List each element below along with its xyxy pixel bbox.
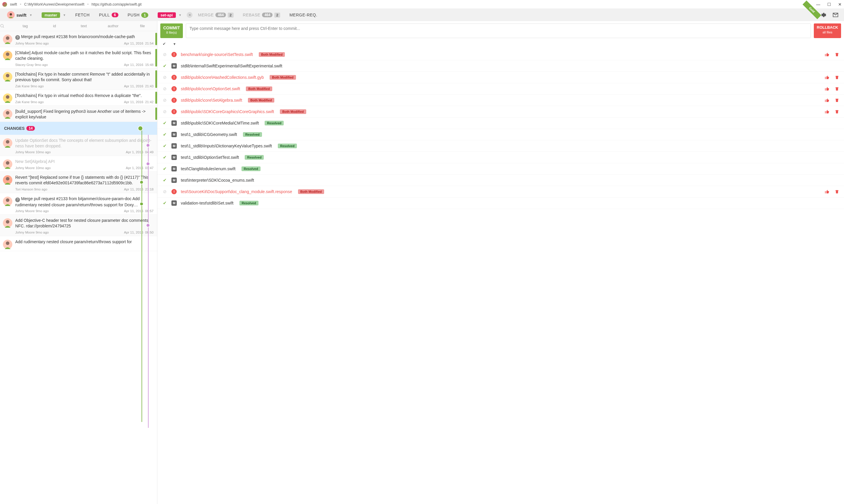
file-row[interactable]: ✔Mvalidation-test\stdlib\Set.swiftResolv… (157, 198, 844, 209)
feature-branch-selector[interactable]: set-api ▼ (154, 12, 186, 18)
svg-point-12 (6, 111, 10, 114)
commit-row[interactable]: [CMake] Adjust module cache path so it m… (0, 47, 157, 69)
file-row[interactable]: ⊘!benchmark\single-source\SetTests.swift… (157, 49, 844, 60)
clear-feature-icon[interactable]: ✕ (187, 12, 193, 18)
commit-button[interactable]: COMMIT 8 file(s) (160, 23, 183, 38)
close-button[interactable]: ✕ (838, 2, 842, 7)
trash-icon[interactable] (834, 87, 839, 91)
thumbs-up-icon[interactable] (825, 87, 829, 91)
rebase-button[interactable]: REBASE 464 2 (239, 13, 284, 18)
thumbs-up-icon[interactable] (825, 52, 829, 57)
file-row[interactable]: ✔Mtest\1_stdlib\CGGeometry.swiftResolved (157, 129, 844, 140)
svg-point-18 (6, 177, 10, 180)
rollback-button[interactable]: ROLLBACK all files (814, 23, 841, 38)
trash-icon[interactable] (834, 98, 839, 103)
file-actions (825, 98, 839, 103)
unstaged-icon[interactable]: ⊘ (162, 86, 167, 91)
trash-icon[interactable] (834, 52, 839, 57)
commit-list[interactable]: ?Merge pull request #2138 from briancroo… (0, 31, 157, 504)
merge-button[interactable]: MERGE 464 2 (194, 13, 237, 18)
commit-row[interactable]: [Toolchains] Fix typo in header comment … (0, 69, 157, 90)
staged-icon[interactable]: ✔ (162, 63, 167, 69)
changes-header[interactable]: CHANGES14 (0, 122, 157, 135)
commit-row[interactable]: Add Objective-C header test for nested c… (0, 215, 157, 236)
commit-row[interactable]: Update OptionSet docs The concepts of el… (0, 135, 157, 156)
file-row[interactable]: ⊘!stdlib\public\SDK\CoreGraphics\CoreGra… (157, 106, 844, 118)
filter-text[interactable]: text (69, 24, 98, 28)
filter-file[interactable]: file (128, 24, 157, 28)
file-row[interactable]: ⊘!stdlib\public\core\SetAlgebra.swiftBot… (157, 95, 844, 106)
thumbs-up-icon[interactable] (825, 109, 829, 114)
thumbs-up-icon[interactable] (825, 75, 829, 80)
maximize-button[interactable]: ☐ (827, 2, 831, 7)
unstaged-icon[interactable]: ⊘ (162, 189, 167, 194)
minimize-button[interactable]: — (816, 2, 820, 7)
file-row[interactable]: ⊘!stdlib\public\core\HashedCollections.s… (157, 72, 844, 83)
filter-id[interactable]: id (40, 24, 69, 28)
search-icon[interactable] (0, 24, 11, 29)
commit-message: Add rudimentary nested closure param/ret… (15, 239, 154, 245)
svg-point-4 (6, 36, 10, 40)
file-list[interactable]: ⊘!benchmark\single-source\SetTests.swift… (157, 49, 844, 504)
project-selector[interactable]: swift ▼ (3, 11, 36, 19)
commit-row[interactable]: [build_support] Fixed lingering python3 … (0, 106, 157, 122)
commit-date: Apr 11, 2016 06:50 (124, 231, 154, 234)
file-row[interactable]: ✔Mstdlib\public\SDK\CoreMedia\CMTime.swi… (157, 118, 844, 129)
push-button[interactable]: PUSH 1 (124, 12, 152, 18)
commit-author: Johny Moore 9mo ago (15, 209, 49, 213)
staged-icon[interactable]: ✔ (162, 178, 167, 183)
unstaged-icon[interactable]: ⊘ (162, 109, 167, 114)
filter-tag[interactable]: tag (11, 24, 40, 28)
file-path: test\ClangModules\enum.swift (181, 166, 236, 171)
thumbs-up-icon[interactable] (825, 189, 829, 194)
file-status-badge: Resolved (241, 166, 261, 171)
commit-row[interactable]: ?Merge pull request #2133 from bitjammer… (0, 193, 157, 215)
trash-icon[interactable] (834, 75, 839, 80)
commit-message-input[interactable] (186, 23, 811, 38)
file-row[interactable]: ✔Mtest\Interpreter\SDK\Cocoa_enums.swift (157, 175, 844, 186)
file-row[interactable]: ✔Mstdlib\internal\SwiftExperimental\Swif… (157, 60, 844, 72)
file-path: stdlib\public\core\SetAlgebra.swift (181, 98, 242, 103)
unstaged-icon[interactable]: ⊘ (162, 75, 167, 80)
staged-icon[interactable]: ✔ (162, 155, 167, 160)
trash-icon[interactable] (834, 189, 839, 194)
staged-icon[interactable]: ✔ (162, 200, 167, 206)
stage-all-icon[interactable]: ✔ (163, 42, 166, 46)
mail-icon[interactable] (832, 12, 839, 18)
trash-icon[interactable] (834, 109, 839, 114)
fetch-button[interactable]: FETCH (71, 13, 94, 17)
avatar (3, 159, 12, 169)
file-row[interactable]: ⊘!test\SourceKit\DocSupport\doc_clang_mo… (157, 186, 844, 198)
commit-row[interactable]: [Toolchains] Fix typo in virtual method … (0, 90, 157, 106)
file-row[interactable]: ✔Mtest\1_stdlib\Inputs\DictionaryKeyValu… (157, 140, 844, 152)
staged-icon[interactable]: ✔ (162, 121, 167, 126)
pull-button[interactable]: PULL 6 (95, 13, 123, 17)
thumbs-up-icon[interactable] (825, 98, 829, 103)
file-row[interactable]: ✔Mtest\1_stdlib\OptionSetTest.swiftResol… (157, 152, 844, 163)
commit-row[interactable]: New Set[Algebra] APIJohny Moore 10mo ago… (0, 156, 157, 172)
file-path: test\Interpreter\SDK\Cocoa_enums.swift (181, 178, 254, 183)
stage-dropdown-icon[interactable]: ▼ (173, 42, 176, 46)
commit-row[interactable]: ?Merge pull request #2138 from briancroo… (0, 31, 157, 47)
svg-point-16 (6, 161, 10, 165)
commit-author: Stacey Gray 9mo ago (15, 63, 48, 67)
commit-author: Johny Moore 10mo ago (15, 150, 51, 154)
modified-icon: M (172, 63, 177, 69)
staged-icon[interactable]: ✔ (162, 143, 167, 148)
branch-selector[interactable]: master ▼ (37, 12, 70, 18)
commit-row[interactable]: Revert "[test] Replaced some if true {} … (0, 172, 157, 193)
merge-sub: 2 (228, 13, 233, 18)
commit-date: Apr 11, 2016 08:57 (124, 209, 154, 213)
commit-message: ?Merge pull request #2133 from bitjammer… (15, 196, 154, 208)
commit-row[interactable]: Add rudimentary nested closure param/ret… (0, 236, 157, 251)
file-status-badge: Resolved (265, 121, 284, 125)
merge-request-button[interactable]: MERGE-REQ. (285, 13, 322, 17)
staged-icon[interactable]: ✔ (162, 132, 167, 137)
file-row[interactable]: ✔Mtest\ClangModules\enum.swiftResolved (157, 163, 844, 175)
branch-badge: master (42, 12, 60, 18)
unstaged-icon[interactable]: ⊘ (162, 97, 167, 103)
file-row[interactable]: ⊘!stdlib\public\core\OptionSet.swiftBoth… (157, 83, 844, 95)
unstaged-icon[interactable]: ⊘ (162, 52, 167, 57)
staged-icon[interactable]: ✔ (162, 166, 167, 172)
filter-author[interactable]: author (98, 24, 128, 28)
